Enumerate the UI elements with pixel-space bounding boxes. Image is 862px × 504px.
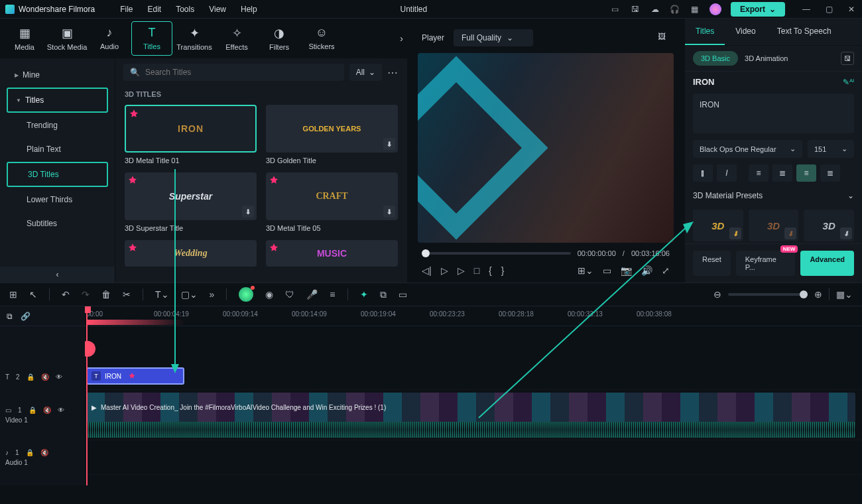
download-icon[interactable]: ⬇ <box>729 227 741 239</box>
track-options-icon[interactable]: ⧉ <box>7 312 13 321</box>
menu-edit[interactable]: Edit <box>148 5 162 14</box>
download-icon[interactable]: ⬇ <box>242 206 254 218</box>
timeline-canvas[interactable]: 00:00 00:00:04:19 00:00:09:14 00:00:14:0… <box>85 306 862 485</box>
save-preset-icon[interactable]: 🖫 <box>841 52 854 65</box>
zoom-in-icon[interactable]: ⊕ <box>814 289 822 300</box>
tab-stock-media[interactable]: ▣Stock Media <box>46 21 88 56</box>
preset-bronze[interactable]: 3D⬇ <box>749 210 799 241</box>
subtab-3d-basic[interactable]: 3D Basic <box>693 51 738 66</box>
download-icon[interactable]: ⬇ <box>383 206 395 218</box>
sidebar-collapse[interactable]: ‹ <box>0 267 115 283</box>
copy-icon[interactable]: ⧉ <box>380 289 387 300</box>
link-icon[interactable]: 🔗 <box>21 312 31 321</box>
italic-button[interactable]: I <box>717 164 737 182</box>
font-dropdown[interactable]: Black Ops One Regular⌄ <box>693 140 802 158</box>
video-track-lane[interactable]: ▶ Master AI Video Creation_ Join the #Fi… <box>85 390 862 440</box>
play-icon[interactable]: ▷ <box>458 265 465 276</box>
tab-media[interactable]: ▦Media <box>4 21 45 56</box>
fullscreen-icon[interactable]: ⤢ <box>662 265 670 276</box>
filter-all-dropdown[interactable]: All⌄ <box>349 64 382 81</box>
eye-icon[interactable]: 👁 <box>56 373 62 381</box>
tab-audio[interactable]: ♪Audio <box>89 21 130 56</box>
sidebar-plain-text[interactable]: Plain Text <box>7 138 108 160</box>
tab-stickers[interactable]: ☺Stickers <box>301 21 342 56</box>
eye-icon[interactable]: 👁 <box>58 407 64 414</box>
search-field[interactable] <box>145 68 338 77</box>
stop-icon[interactable]: □ <box>474 265 479 276</box>
inspector-tab-tts[interactable]: Text To Speech <box>767 19 842 45</box>
text-tool-icon[interactable]: T⌄ <box>155 289 169 300</box>
mute-icon[interactable]: 🔇 <box>43 407 51 414</box>
tab-filters[interactable]: ◑Filters <box>259 21 300 56</box>
preset-gold[interactable]: 3D⬇ <box>693 210 743 241</box>
inspector-tab-video[interactable]: Video <box>725 19 766 45</box>
cloud-icon[interactable]: ☁ <box>650 4 660 15</box>
advanced-button[interactable]: Advanced <box>800 251 854 276</box>
title-track-lane[interactable]: T IRON <box>85 363 862 390</box>
audio-track-lane[interactable] <box>85 440 862 475</box>
track-head-video[interactable]: ▭1 🔒 🔇 👁 Video 1 <box>0 390 85 440</box>
menu-tools[interactable]: Tools <box>176 5 194 14</box>
headphones-icon[interactable]: 🎧 <box>670 4 680 15</box>
mic-icon[interactable]: 🎤 <box>306 289 318 300</box>
sidebar-titles[interactable]: ▼Titles <box>7 88 108 113</box>
sidebar-mine[interactable]: ▶Mine <box>7 64 108 86</box>
aspect-icon[interactable]: ⊞⌄ <box>578 265 593 276</box>
video-clip[interactable]: ▶ Master AI Video Creation_ Join the #Fi… <box>86 393 855 422</box>
tab-transitions[interactable]: ✦Transitions <box>174 21 215 56</box>
quality-dropdown[interactable]: Full Quality⌄ <box>454 29 533 46</box>
device-icon[interactable]: ▭ <box>610 4 621 15</box>
mark-in-icon[interactable]: { <box>489 265 492 276</box>
ai-assistant-icon[interactable] <box>239 287 253 302</box>
close-icon[interactable]: ✕ <box>846 4 857 15</box>
volume-icon[interactable]: 🔊 <box>641 265 652 276</box>
mute-icon[interactable]: 🔇 <box>41 373 49 381</box>
shield-icon[interactable]: 🛡 <box>285 289 294 300</box>
video-preview[interactable] <box>418 53 674 243</box>
display-icon[interactable]: ▭ <box>603 265 611 276</box>
crop-icon[interactable]: ▢⌄ <box>181 289 198 300</box>
download-icon[interactable]: ⬇ <box>784 227 796 239</box>
title-text-input[interactable]: IRON <box>693 94 854 133</box>
keyframe-button[interactable]: Keyframe P... NEW <box>736 251 796 276</box>
align-right-button[interactable]: ≡ <box>796 164 816 182</box>
mute-icon[interactable]: 🔇 <box>40 449 48 456</box>
cut-icon[interactable]: ✂ <box>123 289 131 300</box>
title-card-0[interactable]: IRON 3D Metal Title 01 <box>125 105 257 164</box>
title-clip[interactable]: T IRON <box>86 367 184 385</box>
align-center-button[interactable]: ≣ <box>772 164 792 182</box>
lock-icon[interactable]: 🔒 <box>29 407 36 414</box>
redo-icon[interactable]: ↷ <box>82 289 90 300</box>
play-loop-icon[interactable]: ▷ <box>441 265 448 276</box>
prev-frame-icon[interactable]: ◁| <box>422 265 432 276</box>
chevron-down-icon[interactable]: ⌄ <box>847 191 854 200</box>
scrub-bar[interactable] <box>422 252 571 255</box>
more-tools-icon[interactable]: » <box>210 289 215 300</box>
tab-titles[interactable]: TTitles <box>131 21 172 56</box>
menu-file[interactable]: File <box>120 5 133 14</box>
title-card-5[interactable]: MUSIC <box>266 240 398 267</box>
undo-icon[interactable]: ↶ <box>62 289 70 300</box>
snapshot-icon[interactable]: 🖼 <box>658 32 670 44</box>
align-justify-button[interactable]: ≣ <box>820 164 840 182</box>
search-input[interactable]: 🔍 <box>123 64 344 81</box>
apps-icon[interactable]: ▦ <box>690 4 700 15</box>
render-icon[interactable]: ▭ <box>399 289 407 300</box>
color-icon[interactable]: ◉ <box>265 289 273 300</box>
more-icon[interactable]: ⋯ <box>387 66 399 79</box>
ai-edit-icon[interactable]: ✎ᴬᴵ <box>843 78 854 87</box>
time-ruler[interactable]: 00:00 00:00:04:19 00:00:09:14 00:00:14:0… <box>85 306 862 326</box>
layout-icon[interactable]: ⊞ <box>9 289 17 300</box>
subtab-3d-animation[interactable]: 3D Animation <box>745 54 788 62</box>
sidebar-lower-thirds[interactable]: Lower Thirds <box>7 188 108 211</box>
delete-icon[interactable]: 🗑 <box>101 289 111 300</box>
mark-out-icon[interactable]: } <box>501 265 505 276</box>
save-icon[interactable]: 🖫 <box>630 4 641 15</box>
sidebar-trending[interactable]: Trending <box>7 114 108 137</box>
lock-icon[interactable]: 🔒 <box>27 373 34 381</box>
avatar[interactable] <box>709 3 721 15</box>
maximize-icon[interactable]: ▢ <box>824 4 834 15</box>
menu-view[interactable]: View <box>209 5 226 14</box>
camera-icon[interactable]: 📷 <box>621 265 632 276</box>
export-button[interactable]: Export ⌄ <box>731 2 785 17</box>
